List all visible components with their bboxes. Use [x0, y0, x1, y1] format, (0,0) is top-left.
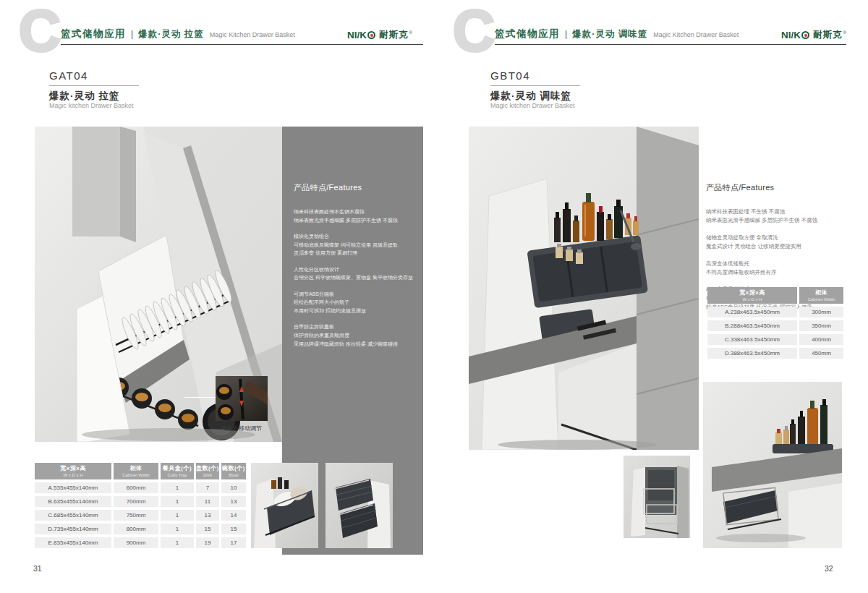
- header-divider: |: [565, 29, 567, 39]
- callout-detail-photo: [216, 376, 268, 421]
- product-name: 爆款·灵动 调味篮: [490, 90, 571, 103]
- cell: 11: [196, 496, 219, 507]
- watermark-letter: C: [453, 4, 495, 58]
- cell: 350mm: [799, 320, 843, 331]
- cell: B.635x455x140mm: [35, 496, 111, 507]
- header-series-en: Magic Kitchen Drawer Basket: [210, 31, 295, 38]
- table-row: E.835x455x140mm900mm11917: [35, 537, 246, 548]
- feature-line: 模块化灵动组合: [294, 232, 414, 241]
- feature-line: 自带防尘滑轨盖板: [294, 323, 414, 331]
- feature-group: 可调节ABS分隔板 轻松匹配不同大小的瓶子 不用时可拆卸 拒绝约束随意摆放: [294, 290, 414, 315]
- header-rule: [61, 44, 423, 45]
- feature-line: 灵活多变 使用方便 更易打理: [294, 249, 414, 257]
- thumbnail-illustration: [624, 456, 690, 538]
- logo-o-mark: [801, 31, 809, 39]
- cell: 450mm: [799, 348, 843, 359]
- cell: A.535x455x140mm: [35, 482, 111, 493]
- spec-table: 宽x深x高W x D x H 柜体Cabinet Width 餐具盒(个)Cut…: [33, 460, 248, 551]
- cell: C.685x455x140mm: [35, 510, 111, 521]
- header-series: 爆款·灵动 拉篮: [138, 28, 204, 40]
- cell: 400mm: [799, 334, 843, 345]
- feature-group: 纳米科技表面处理 不生锈 不腐蚀 纳米表面光滑手感细腻 多层防护不生锈 不腐蚀: [706, 208, 845, 226]
- product-code-rule: [490, 85, 580, 86]
- features-block: 产品特点/Features 纳米科技表面处理不生锈不腐蚀 纳米表面光滑手感细腻 …: [294, 182, 414, 356]
- cell: D.388x463.5x450mm: [707, 348, 797, 359]
- cell: B.288x463.5x450mm: [707, 320, 797, 331]
- cell: 600mm: [114, 482, 158, 493]
- features-title: 产品特点/Features: [706, 182, 845, 193]
- cell: 13: [221, 496, 246, 507]
- trademark-mark: ®: [409, 30, 412, 35]
- col-header-bowl: 碗数(个)Bowl: [221, 463, 246, 479]
- cell: D.735x455x140mm: [35, 524, 111, 534]
- logo-chinese: 耐斯克: [813, 29, 843, 41]
- cell: E.835x455x140mm: [35, 537, 111, 548]
- logo-text: NI/K: [781, 30, 801, 40]
- bottom-photo-countertop-scene: [703, 382, 842, 548]
- header-category: 篮式储物应用: [61, 27, 126, 40]
- feature-line: 储物盒灵动提取方便 拿取清洗: [706, 234, 845, 242]
- feature-line: 高深盒体低矮瓶托: [706, 260, 845, 268]
- feature-line: 魔盒式设计 灵动组合 让收纳更便捷实用: [706, 242, 845, 251]
- callout-detail-illustration: [216, 376, 268, 421]
- feature-line: 不同高度调味瓶收纳井然有序: [706, 268, 845, 277]
- feature-line: 合理分区 科学收纳碗碟架、置物盒 集中收纳分类存放: [294, 273, 414, 282]
- product-name: 爆款·灵动 拉篮: [49, 90, 119, 103]
- table-row: C.338x463.5x450mm400mm: [707, 334, 843, 345]
- product-name-en: Magic kitchen Drawer Basket: [490, 102, 575, 109]
- header-series: 爆款·灵动 调味篮: [572, 28, 647, 40]
- logo-o-mark: [367, 31, 375, 39]
- logo-chinese: 耐斯克: [379, 29, 409, 41]
- page-header: 篮式储物应用 | 爆款·灵动 调味篮 Magic Kitchen Drawer …: [495, 27, 739, 40]
- header-rule: [495, 44, 846, 45]
- page-number: 32: [825, 564, 833, 573]
- logo-text: NI/K: [347, 30, 367, 40]
- feature-line: 轻松匹配不同大小的瓶子: [294, 298, 414, 307]
- cell: 19: [196, 537, 219, 548]
- thumbnail-photo-basket-loaded: [251, 463, 318, 548]
- table-header-row: 宽x深x高W x D x H 柜体Cabinet Width: [707, 287, 843, 304]
- feature-line: 纳米表面光滑手感细腻 多层防护不生锈 不腐蚀: [294, 216, 414, 225]
- cell: 15: [196, 524, 219, 534]
- cell: 750mm: [114, 510, 158, 521]
- trademark-mark: ®: [843, 30, 846, 35]
- nisko-logo: NI/K耐斯克®: [781, 29, 846, 41]
- feature-group: 自带防尘滑轨盖板 保护滑轨的承重及顺滑度 采用品牌缓冲隐藏滑轨 推拉轻柔 减少碗…: [294, 323, 414, 348]
- thumbnail-photo-basket-tiers: [326, 463, 393, 548]
- page-header: 篮式储物应用 | 爆款·灵动 拉篮 Magic Kitchen Drawer B…: [61, 27, 295, 40]
- cell: 10: [221, 482, 246, 493]
- col-header-cutlery-tray: 餐具盒(个)Cutly Tray: [161, 463, 194, 479]
- table-row: D.388x463.5x450mm450mm: [707, 348, 843, 359]
- header-category: 篮式储物应用: [495, 27, 560, 40]
- table-row: D.735x455x140mm800mm11515: [35, 524, 246, 534]
- feature-line: 人性化分区收纳设计: [294, 265, 414, 274]
- feature-line: 可移动底板及碗碟架 均可独立使用 且随意提取: [294, 241, 414, 249]
- feature-line: 保护滑轨的承重及顺滑度: [294, 331, 414, 340]
- feature-group: 人性化分区收纳设计 合理分区 科学收纳碗碟架、置物盒 集中收纳分类存放: [294, 265, 414, 282]
- countertop-illustration: [703, 382, 842, 548]
- product-code: GBT04: [490, 69, 530, 82]
- feature-group: 高深盒体低矮瓶托 不同高度调味瓶收纳井然有序: [706, 260, 845, 278]
- cell: 900mm: [114, 537, 158, 548]
- cell: 1: [161, 496, 194, 507]
- cell: 1: [161, 482, 194, 493]
- cell: 15: [221, 524, 246, 534]
- cell: 800mm: [114, 524, 158, 534]
- cell: A.238x463.5x450mm: [707, 307, 797, 317]
- product-code-rule: [49, 85, 139, 86]
- table-row: B.288x463.5x450mm350mm: [707, 320, 843, 331]
- table-header-row: 宽x深x高W x D x H 柜体Cabinet Width 餐具盒(个)Cut…: [35, 463, 246, 479]
- product-code: GAT04: [49, 69, 88, 82]
- cell: 17: [221, 537, 246, 548]
- logo-red-dot: [370, 34, 373, 37]
- logo-red-dot: [804, 34, 807, 37]
- feature-line: 纳米表面光滑手感细腻 多层防护不生锈 不腐蚀: [706, 216, 845, 225]
- col-header-dimensions: 宽x深x高W x D x H: [35, 463, 111, 479]
- feature-line: 可调节ABS分隔板: [294, 290, 414, 299]
- features-title: 产品特点/Features: [294, 182, 414, 193]
- callout-connector-line: [184, 397, 216, 398]
- header-divider: |: [131, 29, 133, 39]
- feature-group: 模块化灵动组合 可移动底板及碗碟架 均可独立使用 且随意提取 灵活多变 使用方便…: [294, 232, 414, 257]
- table-row: A.535x455x140mm600mm1710: [35, 482, 246, 493]
- cell: 1: [161, 537, 194, 548]
